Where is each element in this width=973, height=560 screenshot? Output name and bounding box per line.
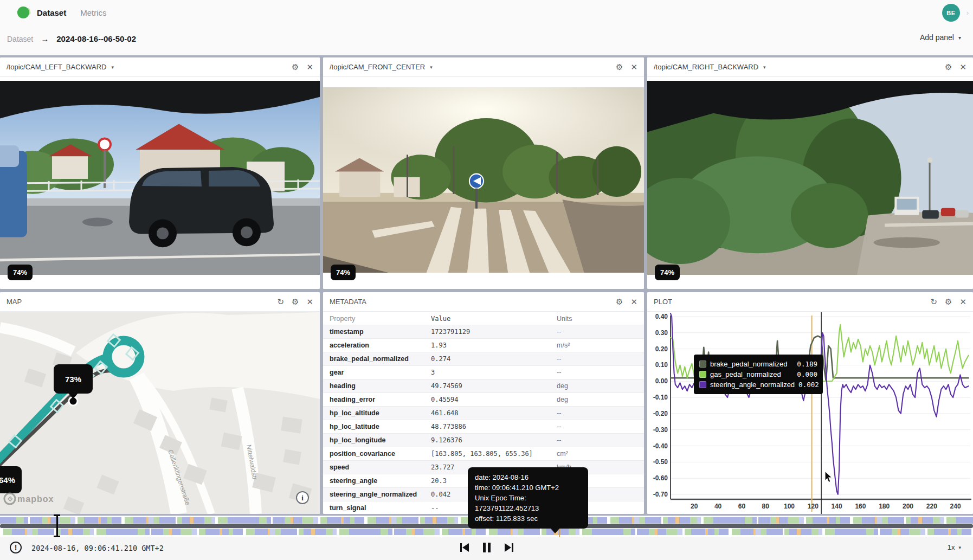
timeline-segment (267, 517, 271, 524)
timeline-segment (149, 517, 153, 524)
timeline-ibeam-marker[interactable] (53, 514, 61, 537)
timeline-segment (631, 529, 635, 535)
refresh-icon[interactable]: ↻ (277, 298, 284, 306)
timeline-segment (829, 517, 836, 524)
timeline-hover-tooltip: date: 2024-08-16time: 09:06:41.210 GMT+2… (468, 467, 588, 529)
tab-metrics[interactable]: Metrics (80, 8, 106, 17)
close-icon[interactable]: ✕ (959, 63, 966, 71)
gear-icon[interactable]: ⚙ (292, 63, 299, 71)
cell-property: acceleration (323, 342, 431, 349)
timeline-segment (191, 529, 197, 535)
timeline-strip-bottom[interactable] (0, 529, 973, 535)
timeline-segment (677, 529, 682, 535)
timeline-segment (194, 517, 204, 524)
timeline-segment (315, 529, 326, 535)
timeline-segment (204, 517, 211, 524)
timeline-segment (892, 529, 897, 535)
timeline-segment (732, 529, 740, 535)
timeline-segment (177, 517, 182, 524)
timeline-segment (270, 529, 275, 535)
tooltip-line: Unix Epoc Time: 1723791122.452713 (475, 493, 581, 513)
gear-icon[interactable]: ⚙ (945, 63, 952, 71)
map-body[interactable]: Gallenklingenstraße Nittelwaldstr 73% 64… (0, 312, 320, 514)
pause-button[interactable] (480, 541, 494, 554)
timeline-segment (951, 529, 957, 535)
table-row: hp_loc_altitude461.648-- (323, 406, 644, 420)
timeline-segment (125, 517, 133, 524)
avatar[interactable]: BE (942, 4, 960, 22)
close-icon[interactable]: ✕ (630, 298, 637, 306)
app-logo-icon[interactable] (16, 5, 31, 20)
cell-units: m/s² (557, 342, 644, 349)
timeline-segment (246, 529, 255, 535)
legend-series-name: brake_pedal_normalized (710, 360, 787, 368)
timeline-segment (542, 529, 546, 535)
gear-icon[interactable]: ⚙ (945, 298, 952, 306)
table-row: gear3-- (323, 365, 644, 379)
cam-left-header: /topic/CAM_LEFT_BACKWARD ▾ ⚙ ✕ (0, 57, 320, 77)
skip-back-button[interactable] (458, 541, 472, 554)
timeline-segment (61, 529, 68, 535)
playback-speed-select[interactable]: 1x ▾ (948, 543, 961, 551)
timeline-segment (911, 517, 918, 524)
timeline-segment (313, 517, 318, 524)
timeline-segment (304, 529, 311, 535)
timeline-segment (766, 529, 783, 535)
tab-dataset[interactable]: Dataset (37, 8, 66, 17)
legend-swatch (699, 361, 706, 368)
info-icon[interactable]: i (297, 492, 308, 504)
gear-icon[interactable]: ⚙ (292, 298, 299, 306)
timeline-segment (498, 529, 511, 535)
plot-hover-legend: brake_pedal_normalized0.189gas_pedal_nor… (694, 355, 823, 394)
table-row: brake_pedal_normalized0.274-- (323, 352, 644, 365)
timeline-segment (685, 529, 691, 535)
timeline-segment (745, 517, 752, 524)
timeline-segment (920, 529, 925, 535)
gear-icon[interactable]: ⚙ (616, 298, 623, 306)
cam-front-topic-select[interactable]: /topic/CAM_FRONT_CENTER (330, 63, 425, 71)
timeline-segment (770, 517, 776, 524)
timeline-segment (850, 529, 866, 535)
timeline-segment (83, 529, 90, 535)
close-icon[interactable]: ✕ (630, 63, 637, 71)
chevron-down-icon[interactable]: ▾ (111, 65, 114, 70)
timeline-segment (840, 517, 850, 524)
add-panel-button[interactable]: Add panel ▾ (920, 33, 961, 42)
timeline-segment (634, 517, 639, 524)
timeline-segment (934, 529, 948, 535)
timeline-segment (24, 517, 28, 524)
avatar-chevron-icon[interactable]: › (966, 9, 969, 17)
legend-series-value: 0.000 (797, 370, 817, 378)
legend-row: brake_pedal_normalized0.189 (699, 359, 817, 369)
refresh-icon[interactable]: ↻ (930, 298, 937, 306)
x-axis-tick-label: 180 (879, 503, 890, 510)
cell-value: 48.773886 (431, 423, 557, 430)
timeline-segment (72, 529, 83, 535)
cam-left-topic-select[interactable]: /topic/CAM_LEFT_BACKWARD (7, 63, 106, 71)
cell-property: steering_angle (323, 477, 431, 485)
plot-canvas: 0.400.300.200.100.00-0.10-0.20-0.30-0.40… (647, 312, 973, 514)
timeline-segment (344, 517, 350, 524)
gear-icon[interactable]: ⚙ (616, 63, 623, 71)
timeline-segment (151, 529, 163, 535)
close-icon[interactable]: ✕ (306, 298, 313, 306)
timeline-segment (0, 517, 16, 524)
y-axis-tick-label: -0.70 (653, 491, 668, 498)
plot-body[interactable]: 0.400.300.200.100.00-0.10-0.20-0.30-0.40… (647, 312, 973, 514)
chevron-down-icon[interactable]: ▾ (763, 65, 766, 70)
cam-right-topic-select[interactable]: /topic/CAM_RIGHT_BACKWARD (654, 63, 758, 71)
cell-units: -- (557, 423, 644, 430)
skip-forward-button[interactable] (501, 541, 516, 554)
breadcrumb-arrow-icon: → (41, 34, 49, 43)
chevron-down-icon[interactable]: ▾ (430, 65, 433, 70)
breadcrumb-root[interactable]: Dataset (7, 35, 33, 43)
plot-header: PLOT ↻ ⚙ ✕ (647, 292, 973, 312)
timeline-segment (107, 517, 112, 524)
close-icon[interactable]: ✕ (959, 298, 966, 306)
timeline-segment (101, 517, 107, 524)
close-icon[interactable]: ✕ (306, 63, 313, 71)
timeline-segment (121, 529, 138, 535)
timeline-segment (376, 517, 389, 524)
table-row: position_covariance[163.805, 163.805, 65… (323, 447, 644, 460)
top-navbar: Dataset Metrics BE › (0, 0, 973, 25)
